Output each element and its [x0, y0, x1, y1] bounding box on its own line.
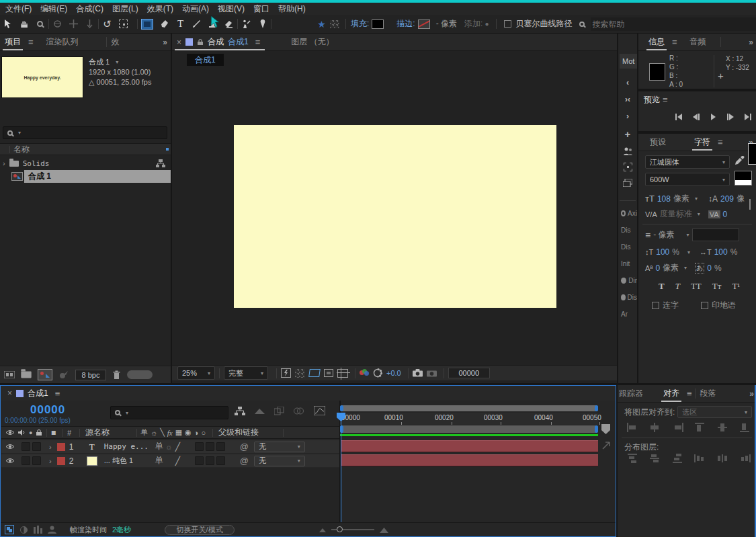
search-help-input[interactable]: [591, 17, 756, 31]
parent-link-column[interactable]: 父级和链接: [218, 427, 259, 438]
tab-effects-cut[interactable]: 效: [107, 34, 124, 50]
timeline-panel-menu-icon[interactable]: ≡: [52, 388, 63, 399]
layer2-label-chip[interactable]: [57, 457, 65, 465]
tab-paragraph[interactable]: 段落: [696, 385, 721, 402]
menu-effect[interactable]: 效果(T): [147, 3, 173, 15]
tab-render-queue[interactable]: 渲染队列: [42, 34, 83, 50]
kerning-value[interactable]: 度量标准: [660, 208, 692, 220]
layer1-expand-icon[interactable]: ›: [49, 443, 52, 451]
layer2-pickwhip-icon[interactable]: @: [240, 456, 249, 466]
tab-tracker[interactable]: 跟踪器: [618, 385, 648, 402]
layer-row-1[interactable]: › 1 T Happy e... 单 ☼ ╱ @ 无▾: [1, 440, 339, 453]
tab-audio[interactable]: 音频: [685, 34, 711, 50]
align-left-strip-icon[interactable]: ‹: [626, 78, 629, 87]
people-icon[interactable]: [623, 147, 633, 155]
eraser-tool[interactable]: [221, 15, 237, 33]
baseline-shift-value[interactable]: 0: [655, 263, 660, 273]
resolution-dropdown[interactable]: 完整▾: [224, 366, 268, 380]
next-frame-button[interactable]: [722, 112, 739, 122]
menu-composition[interactable]: 合成(C): [76, 3, 103, 15]
first-frame-button[interactable]: [671, 112, 687, 122]
motion-blur-star-icon[interactable]: ★: [314, 15, 329, 33]
menu-view[interactable]: 视图(V): [218, 3, 245, 15]
fx-column-icon[interactable]: fx: [167, 429, 173, 437]
choose-grid-guide-icon[interactable]: [337, 369, 348, 378]
zoom-in-mountain-icon[interactable]: [380, 527, 388, 533]
source-name-column[interactable]: 源名称: [85, 427, 110, 438]
indic-digits-checkbox[interactable]: [701, 302, 708, 309]
bpc-button[interactable]: 8 bpc: [75, 370, 106, 380]
orbit-camera-tool[interactable]: [50, 15, 65, 33]
tab-project[interactable]: 项目: [0, 34, 26, 50]
align-panel-menu-icon[interactable]: ≡: [684, 388, 695, 399]
align-to-dropdown[interactable]: 选区▾: [677, 406, 752, 418]
color-depth-engine-icon[interactable]: [59, 370, 69, 379]
layer1-quality-switch[interactable]: ╱: [175, 442, 185, 452]
hand-tool[interactable]: [16, 15, 32, 33]
info-panel-menu-icon[interactable]: ≡: [669, 37, 680, 47]
align-center-strip-icon[interactable]: ›‹: [625, 95, 630, 104]
stroke-width-unit[interactable]: - 像素: [653, 229, 674, 241]
fill-label[interactable]: 填充:: [351, 18, 369, 30]
layer2-blur-cell[interactable]: [216, 456, 225, 465]
collapse-column-icon[interactable]: ☼: [151, 429, 157, 437]
rotate-tool[interactable]: ↺: [99, 15, 115, 33]
menu-file[interactable]: 文件(F): [5, 3, 32, 15]
ligatures-checkbox[interactable]: [652, 302, 659, 309]
menu-animation[interactable]: 动画(A): [182, 3, 209, 15]
fill-stroke-swatch[interactable]: [734, 171, 752, 185]
lock-column-icon[interactable]: [36, 429, 42, 436]
menu-layer[interactable]: 图层(L): [112, 3, 138, 15]
add-shape-icon[interactable]: ●: [485, 20, 489, 28]
time-ruler[interactable]: 00000 00010 00020 00030 00040 00050: [340, 413, 598, 425]
name-column-header[interactable]: 名称: [13, 144, 30, 155]
motion-blur-column-icon[interactable]: ◉: [185, 428, 192, 437]
leading-value[interactable]: 209: [720, 194, 734, 204]
transparency-grid-icon[interactable]: [330, 20, 339, 28]
exposure-icon[interactable]: [373, 368, 382, 378]
delete-trash-icon[interactable]: [113, 370, 120, 379]
pen-tool[interactable]: [157, 15, 172, 33]
tab-preview[interactable]: 预览: [644, 94, 660, 106]
layer2-expand-icon[interactable]: ›: [49, 457, 52, 465]
layer1-lock-cell[interactable]: [32, 442, 41, 451]
align-right-strip-icon[interactable]: ›: [626, 112, 629, 121]
draft-3d-icon[interactable]: [255, 407, 265, 415]
layer1-shy-switch[interactable]: 单: [155, 441, 165, 452]
label-column-icon[interactable]: ◆: [49, 427, 59, 438]
align-more-tabs-icon[interactable]: »: [749, 389, 753, 399]
menu-window[interactable]: 窗口: [253, 3, 269, 15]
tab-composition-viewer[interactable]: × 合成合成1 ≡: [172, 34, 267, 50]
viewer-subtab[interactable]: 合成1: [187, 54, 224, 66]
layer1-pickwhip-icon[interactable]: @: [240, 442, 249, 452]
new-composition-icon[interactable]: [38, 369, 52, 380]
distribute-vcenter-button[interactable]: [649, 454, 661, 463]
align-vcenter-button[interactable]: [717, 423, 728, 432]
bezier-path-checkbox[interactable]: [504, 20, 511, 28]
draft-quality-icon[interactable]: [19, 526, 28, 534]
distribute-hcenter-button[interactable]: [717, 454, 728, 463]
menu-help[interactable]: 帮助(H): [278, 3, 306, 15]
layers-icon[interactable]: [623, 179, 632, 187]
character-panel-menu-icon[interactable]: ≡: [715, 137, 726, 147]
horizontal-scale-value[interactable]: 100: [714, 247, 728, 257]
video-column-icon[interactable]: [5, 429, 15, 436]
layer1-blur-cell[interactable]: [216, 442, 225, 451]
layer2-duration-bar[interactable]: [341, 454, 598, 466]
project-search-caret-icon[interactable]: ▾: [18, 130, 21, 136]
align-top-button[interactable]: [694, 423, 706, 432]
small-caps-button[interactable]: Tᴛ: [712, 281, 722, 292]
show-snapshot-icon[interactable]: [427, 369, 437, 377]
number-column-icon[interactable]: #: [67, 429, 71, 437]
dolly-camera-tool[interactable]: [82, 15, 97, 33]
rectangle-tool[interactable]: [138, 15, 156, 33]
timeline-close-icon[interactable]: ×: [7, 388, 12, 398]
camera-tool[interactable]: [116, 15, 131, 33]
magnification-dropdown[interactable]: 25%▾: [177, 366, 215, 380]
preview-panel-menu-icon[interactable]: ≡: [660, 95, 671, 105]
layer2-quality-switch[interactable]: ╱: [175, 456, 185, 466]
distribute-left-button[interactable]: [694, 454, 706, 463]
puppet-pin-tool[interactable]: [255, 15, 270, 33]
layer2-parent-dropdown[interactable]: 无▾: [254, 456, 305, 466]
focus-brackets-icon[interactable]: [624, 163, 632, 171]
